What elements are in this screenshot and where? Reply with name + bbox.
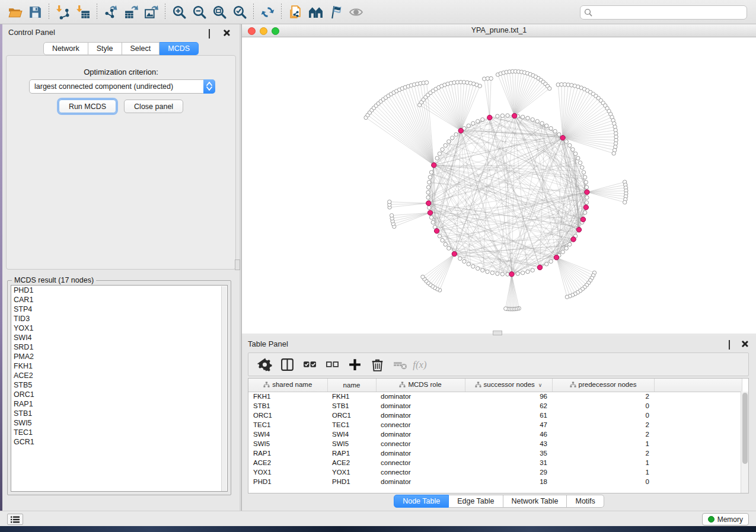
ring-node[interactable] xyxy=(471,265,475,268)
ring-node[interactable] xyxy=(426,196,430,199)
zoom-selected-button[interactable] xyxy=(229,3,250,21)
ring-node[interactable] xyxy=(549,259,553,263)
close-table-panel-icon[interactable] xyxy=(741,340,748,347)
ring-node[interactable] xyxy=(583,211,586,214)
mcds-hub-node[interactable] xyxy=(571,237,576,242)
satellite-node[interactable] xyxy=(478,84,481,88)
ring-node[interactable] xyxy=(431,220,435,224)
ring-node[interactable] xyxy=(580,166,584,169)
ring-node[interactable] xyxy=(584,180,588,184)
network-graph[interactable] xyxy=(242,37,756,334)
ring-node[interactable] xyxy=(506,273,509,276)
table-row[interactable]: ORC1ORC1dominator610 xyxy=(248,411,742,420)
ring-node[interactable] xyxy=(568,242,572,246)
ring-node[interactable] xyxy=(471,121,475,125)
mcds-result-item[interactable]: TID3 xyxy=(11,314,227,323)
mcds-hub-node[interactable] xyxy=(576,227,581,232)
mcds-result-item[interactable]: STB5 xyxy=(11,380,227,390)
ring-node[interactable] xyxy=(429,171,433,174)
mcds-hub-node[interactable] xyxy=(432,163,436,168)
network-canvas[interactable] xyxy=(242,37,756,334)
new-network-from-selection-button[interactable] xyxy=(285,3,305,21)
ring-node[interactable] xyxy=(476,267,480,270)
tab-select[interactable]: Select xyxy=(122,42,160,55)
ring-node[interactable] xyxy=(426,185,430,189)
mcds-hub-node[interactable] xyxy=(560,135,565,140)
column-header-successor-nodes[interactable]: successor nodes∨ xyxy=(465,379,552,392)
ring-node[interactable] xyxy=(583,175,586,179)
satellite-node[interactable] xyxy=(565,295,569,299)
ring-node[interactable] xyxy=(496,114,499,118)
table-scrollbar[interactable] xyxy=(741,392,748,493)
zoom-out-button[interactable] xyxy=(189,3,209,21)
ring-node[interactable] xyxy=(451,136,454,140)
satellite-node[interactable] xyxy=(612,152,615,155)
import-table-button[interactable] xyxy=(73,3,93,21)
mcds-hub-node[interactable] xyxy=(428,210,432,215)
vertical-splitter-handle[interactable] xyxy=(235,259,240,270)
close-panel-button[interactable]: Close panel xyxy=(124,100,183,113)
search-box[interactable] xyxy=(580,5,747,20)
mcds-hub-node[interactable] xyxy=(426,201,431,206)
satellite-node[interactable] xyxy=(623,200,626,204)
export-network-button[interactable] xyxy=(101,3,121,21)
mcds-result-item[interactable]: ORC1 xyxy=(11,390,227,399)
export-image-button[interactable] xyxy=(141,3,161,21)
mcds-result-item[interactable]: STP4 xyxy=(11,305,227,314)
tab-node-table[interactable]: Node Table xyxy=(394,495,449,508)
column-header-name[interactable]: name xyxy=(327,379,376,392)
ring-node[interactable] xyxy=(561,250,564,254)
ring-node[interactable] xyxy=(582,171,585,174)
ring-node[interactable] xyxy=(545,262,548,266)
satellite-node[interactable] xyxy=(504,307,508,310)
table-row[interactable]: ACE2ACE2connector311 xyxy=(248,458,742,467)
mcds-hub-node[interactable] xyxy=(452,251,457,256)
table-row[interactable]: YOX1YOX1connector291 xyxy=(248,467,742,477)
satellite-node[interactable] xyxy=(425,81,428,84)
mcds-hub-node[interactable] xyxy=(580,217,585,222)
table-row[interactable]: FKH1FKH1dominator962 xyxy=(248,392,742,401)
ring-node[interactable] xyxy=(496,272,499,275)
mcds-hub-node[interactable] xyxy=(458,128,463,133)
table-row[interactable]: SWI4SWI4dominator462 xyxy=(248,430,742,439)
ring-node[interactable] xyxy=(526,270,529,273)
ring-node[interactable] xyxy=(578,161,582,165)
mcds-result-item[interactable]: SWI5 xyxy=(11,418,227,428)
table-row[interactable]: TEC1TEC1connector472 xyxy=(248,420,742,430)
table-row[interactable]: RAP1RAP1dominator352 xyxy=(248,448,742,458)
close-panel-icon[interactable] xyxy=(223,29,230,36)
ring-node[interactable] xyxy=(438,152,441,155)
graph-nodes[interactable] xyxy=(364,69,628,311)
ring-node[interactable] xyxy=(540,121,544,125)
ring-node[interactable] xyxy=(573,152,577,155)
ring-node[interactable] xyxy=(428,175,432,179)
ring-node[interactable] xyxy=(553,129,557,133)
ring-node[interactable] xyxy=(454,133,458,136)
tab-edge-table[interactable]: Edge Table xyxy=(449,495,503,508)
ring-node[interactable] xyxy=(441,148,444,151)
ring-node[interactable] xyxy=(447,246,451,250)
mcds-result-item[interactable]: TEC1 xyxy=(11,428,227,437)
column-header-MCDS-role[interactable]: MCDS role xyxy=(376,379,465,392)
satellite-node[interactable] xyxy=(390,213,393,217)
column-header-predecessor-nodes[interactable]: predecessor nodes xyxy=(552,379,654,392)
first-neighbors-button[interactable] xyxy=(305,3,326,21)
ring-node[interactable] xyxy=(426,191,430,194)
criterion-dropdown[interactable]: largest connected component (undirected) xyxy=(29,79,215,94)
search-input[interactable] xyxy=(595,8,743,17)
select-all-rows-button[interactable] xyxy=(298,355,321,373)
satellite-node[interactable] xyxy=(388,200,391,204)
memory-button[interactable]: Memory xyxy=(702,513,749,525)
ring-node[interactable] xyxy=(506,114,509,117)
mcds-result-item[interactable]: GCR1 xyxy=(11,437,227,447)
tab-network-table[interactable]: Network Table xyxy=(503,495,567,508)
ring-node[interactable] xyxy=(576,156,580,160)
ring-node[interactable] xyxy=(481,118,484,121)
add-column-button[interactable] xyxy=(343,355,366,373)
export-table-button[interactable] xyxy=(121,3,141,21)
ring-node[interactable] xyxy=(428,180,431,184)
deselect-all-rows-button[interactable] xyxy=(321,355,343,373)
tab-mcds[interactable]: MCDS xyxy=(160,42,199,55)
column-manager-button[interactable] xyxy=(276,355,298,373)
satellite-node[interactable] xyxy=(489,76,493,80)
